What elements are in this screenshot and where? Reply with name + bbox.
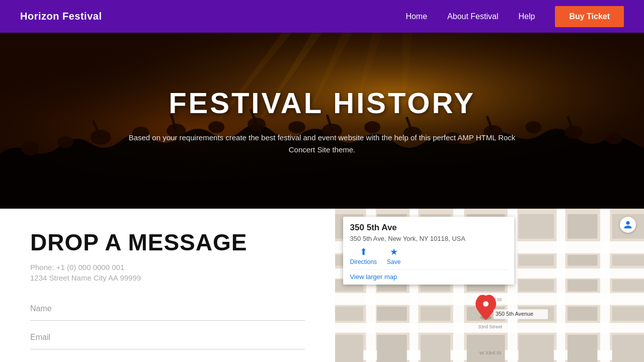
- directions-label: Directions: [350, 258, 377, 265]
- svg-rect-70: [612, 280, 644, 292]
- bottom-section: DROP A MESSAGE Phone: +1 (0) 000 0000 00…: [0, 209, 644, 362]
- email-input[interactable]: [30, 326, 305, 349]
- svg-rect-74: [420, 335, 450, 362]
- directions-icon: ⬆: [360, 246, 367, 257]
- svg-rect-69: [568, 307, 598, 321]
- svg-rect-42: [556, 209, 565, 362]
- svg-point-8: [21, 141, 39, 155]
- save-icon: ★: [390, 246, 398, 257]
- svg-rect-63: [420, 307, 450, 321]
- svg-rect-55: [568, 255, 598, 266]
- hero-section: FESTIVAL HISTORY Based on your requireme…: [0, 33, 644, 209]
- svg-rect-72: [335, 335, 363, 362]
- hero-content: FESTIVAL HISTORY Based on your requireme…: [101, 86, 543, 156]
- svg-rect-66: [518, 280, 553, 292]
- svg-text:33rd Street: 33rd Street: [478, 324, 502, 329]
- navbar: Horizon Festival Home About Festival Hel…: [0, 0, 644, 33]
- map-popup-title: 350 5th Ave: [350, 223, 507, 233]
- map-area: W 34th St W 33rd St W 32nd St 33rd Stree…: [335, 209, 644, 362]
- svg-rect-57: [612, 255, 644, 266]
- svg-rect-68: [568, 280, 598, 292]
- svg-rect-76: [518, 335, 553, 362]
- svg-rect-78: [612, 335, 644, 362]
- svg-rect-43: [600, 209, 609, 362]
- contact-address: 1234 Street Name City AA 99999: [30, 274, 305, 282]
- svg-rect-54: [568, 214, 598, 239]
- svg-rect-61: [377, 307, 407, 321]
- map-popup: 350 5th Ave 350 5th Ave, New York, NY 10…: [343, 217, 514, 285]
- contact-title: DROP A MESSAGE: [30, 229, 305, 256]
- svg-rect-75: [466, 335, 505, 362]
- contact-phone: Phone: +1 (0) 000 0000 001: [30, 263, 305, 272]
- svg-rect-71: [612, 307, 644, 321]
- map-popup-actions: ⬆ Directions ★ Save: [350, 246, 507, 265]
- svg-rect-53: [518, 255, 553, 266]
- svg-point-85: [483, 301, 489, 307]
- save-button[interactable]: ★ Save: [387, 246, 400, 265]
- name-input[interactable]: [30, 297, 305, 321]
- svg-text:W 33rd St: W 33rd St: [479, 350, 501, 355]
- svg-rect-77: [568, 335, 598, 362]
- save-label: Save: [387, 258, 400, 265]
- svg-rect-59: [335, 307, 363, 321]
- svg-rect-52: [518, 214, 553, 239]
- map-user-icon: [620, 217, 636, 233]
- svg-text:350 5th Avenue: 350 5th Avenue: [496, 311, 533, 317]
- view-larger-map-link[interactable]: View larger map: [350, 269, 507, 281]
- svg-point-23: [605, 132, 622, 144]
- buy-ticket-button[interactable]: Buy Ticket: [555, 6, 624, 27]
- svg-rect-73: [377, 335, 407, 362]
- nav-links: Home About Festival Help Buy Ticket: [406, 6, 624, 27]
- map-popup-address: 350 5th Ave, New York, NY 10118, USA: [350, 235, 507, 242]
- nav-about[interactable]: About Festival: [447, 12, 498, 21]
- svg-point-9: [57, 136, 73, 148]
- brand-name: Horizon Festival: [20, 11, 102, 22]
- directions-button[interactable]: ⬆ Directions: [350, 246, 377, 265]
- nav-home[interactable]: Home: [406, 12, 427, 21]
- hero-subtitle: Based on your requirements create the be…: [121, 132, 523, 156]
- hero-title: FESTIVAL HISTORY: [121, 86, 523, 120]
- nav-help[interactable]: Help: [518, 12, 535, 21]
- contact-area: DROP A MESSAGE Phone: +1 (0) 000 0000 00…: [0, 209, 335, 362]
